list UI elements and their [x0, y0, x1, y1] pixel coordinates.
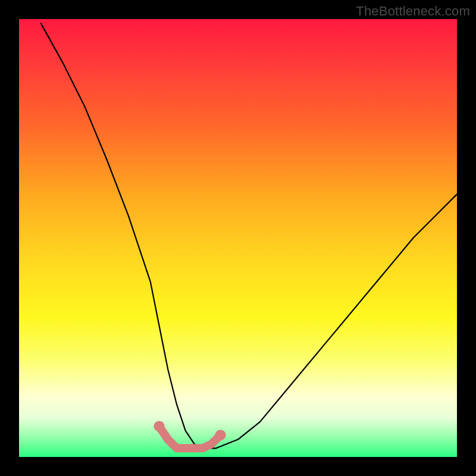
watermark-text: TheBottleneck.com: [356, 4, 470, 19]
chart-svg: [19, 19, 457, 457]
bottleneck-curve: [41, 23, 457, 448]
plot-area: [19, 19, 457, 457]
optimal-zone-end-left: [154, 421, 165, 431]
optimal-zone-end-right: [215, 430, 226, 440]
chart-frame: TheBottleneck.com: [0, 0, 476, 476]
